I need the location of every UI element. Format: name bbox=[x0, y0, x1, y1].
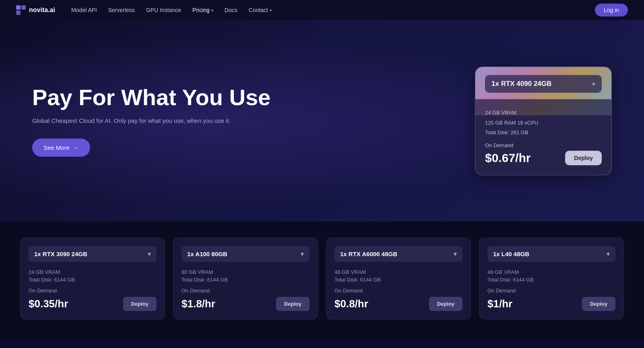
card-price-row-2: $0.8/hr Deploy bbox=[334, 297, 462, 311]
featured-demand: On Demand bbox=[485, 142, 602, 148]
featured-price: $0.67/hr bbox=[485, 151, 530, 165]
card-deploy-button-0[interactable]: Deploy bbox=[123, 297, 157, 311]
card-vram-0: 24 GB VRAM bbox=[29, 269, 157, 275]
nav-model-api[interactable]: Model API bbox=[71, 7, 97, 13]
svg-rect-2 bbox=[16, 10, 21, 15]
login-button[interactable]: Log in bbox=[595, 4, 628, 17]
gpu-card-chevron-icon-3: ▾ bbox=[607, 250, 610, 258]
gpu-card-chevron-icon-2: ▾ bbox=[454, 250, 457, 258]
featured-vram: 24 GB VRAM bbox=[485, 109, 602, 117]
card-body: 24 GB VRAM 125 GB RAM 16 vCPU Total Disk… bbox=[475, 99, 611, 175]
card-vram-3: 48 GB VRAM bbox=[487, 269, 615, 275]
card-price-row-1: $1.8/hr Deploy bbox=[182, 297, 310, 311]
gpu-cards-grid: 1x RTX 3090 24GB ▾ 24 GB VRAM Total Disk… bbox=[20, 238, 624, 319]
card-disk-0: Total Disk: 6144 GB bbox=[29, 277, 157, 283]
gpu-card-chevron-icon-1: ▾ bbox=[301, 250, 304, 258]
gpu-card-2: 1x RTX A6000 48GB ▾ 48 GB VRAM Total Dis… bbox=[326, 238, 471, 319]
price-deploy-row: $0.67/hr Deploy bbox=[485, 151, 602, 165]
card-header: 1x RTX 4090 24GB ▾ bbox=[475, 67, 611, 101]
nav-contact[interactable]: Contact ▾ bbox=[249, 7, 272, 13]
featured-deploy-button[interactable]: Deploy bbox=[565, 151, 602, 165]
card-deploy-button-3[interactable]: Deploy bbox=[582, 297, 615, 311]
card-price-row-3: $1/hr Deploy bbox=[487, 297, 615, 311]
nav-serverless[interactable]: Serverless bbox=[108, 7, 135, 13]
logo[interactable]: novita.ai bbox=[16, 5, 55, 15]
gpu-cards-section: 1x RTX 3090 24GB ▾ 24 GB VRAM Total Disk… bbox=[0, 222, 644, 340]
gpu-card-name-1: 1x A100 80GB bbox=[187, 251, 227, 257]
featured-ram-cpu: 125 GB RAM 16 vCPU bbox=[485, 119, 602, 127]
nav-gpu-instance[interactable]: GPU Instance bbox=[146, 7, 181, 13]
card-price-0: $0.35/hr bbox=[29, 298, 68, 310]
nav-links: Model API Serverless GPU Instance Pricin… bbox=[71, 7, 595, 13]
card-demand-1: On Demand bbox=[182, 288, 310, 294]
featured-gpu-card: 1x RTX 4090 24GB ▾ 24 GB VRAM 125 GB RAM… bbox=[475, 66, 612, 175]
see-more-button[interactable]: See More → bbox=[32, 139, 90, 157]
featured-disk: Total Disk: 261 GB bbox=[485, 128, 602, 137]
logo-text: novita.ai bbox=[29, 6, 55, 14]
svg-rect-0 bbox=[16, 5, 21, 10]
contact-chevron-icon: ▾ bbox=[270, 8, 272, 12]
card-disk-3: Total Disk: 6144 GB bbox=[487, 277, 615, 283]
pricing-chevron-icon: ▾ bbox=[211, 8, 213, 12]
gpu-card-3: 1x L40 48GB ▾ 48 GB VRAM Total Disk: 614… bbox=[479, 238, 624, 319]
gpu-card-chevron-icon-0: ▾ bbox=[148, 250, 151, 258]
navbar: novita.ai Model API Serverless GPU Insta… bbox=[0, 0, 644, 20]
card-demand-2: On Demand bbox=[334, 288, 462, 294]
gpu-card-1: 1x A100 80GB ▾ 80 GB VRAM Total Disk: 61… bbox=[173, 238, 318, 319]
card-price-3: $1/hr bbox=[487, 298, 512, 310]
card-disk-2: Total Disk: 6144 GB bbox=[334, 277, 462, 283]
card-demand-3: On Demand bbox=[487, 288, 615, 294]
gpu-card-name-2: 1x RTX A6000 48GB bbox=[340, 251, 397, 257]
card-disk-1: Total Disk: 6144 GB bbox=[182, 277, 310, 283]
hero-section: Pay For What You Use Global Cheapest Clo… bbox=[0, 20, 644, 222]
gpu-card-header-3[interactable]: 1x L40 48GB ▾ bbox=[487, 246, 615, 262]
card-deploy-button-1[interactable]: Deploy bbox=[276, 297, 310, 311]
card-price-2: $0.8/hr bbox=[334, 298, 368, 310]
gpu-card-0: 1x RTX 3090 24GB ▾ 24 GB VRAM Total Disk… bbox=[20, 238, 165, 319]
card-vram-1: 80 GB VRAM bbox=[182, 269, 310, 275]
gpu-card-header-1[interactable]: 1x A100 80GB ▾ bbox=[182, 246, 310, 262]
svg-rect-1 bbox=[21, 5, 26, 10]
gpu-card-name-3: 1x L40 48GB bbox=[493, 251, 529, 257]
gpu-card-header-0[interactable]: 1x RTX 3090 24GB ▾ bbox=[29, 246, 157, 262]
logo-icon bbox=[16, 5, 26, 15]
card-vram-2: 48 GB VRAM bbox=[334, 269, 462, 275]
gpu-selector-chevron-icon: ▾ bbox=[592, 80, 595, 88]
card-deploy-button-2[interactable]: Deploy bbox=[429, 297, 462, 311]
card-price-row-0: $0.35/hr Deploy bbox=[29, 297, 157, 311]
nav-pricing[interactable]: Pricing ▾ bbox=[192, 7, 213, 13]
card-demand-0: On Demand bbox=[29, 288, 157, 294]
gpu-card-name-0: 1x RTX 3090 24GB bbox=[34, 251, 87, 257]
gpu-selector[interactable]: 1x RTX 4090 24GB ▾ bbox=[485, 75, 602, 93]
card-price-1: $1.8/hr bbox=[182, 298, 215, 310]
featured-gpu-name: 1x RTX 4090 24GB bbox=[491, 80, 551, 88]
nav-docs[interactable]: Docs bbox=[225, 7, 237, 13]
gpu-card-header-2[interactable]: 1x RTX A6000 48GB ▾ bbox=[334, 246, 462, 262]
